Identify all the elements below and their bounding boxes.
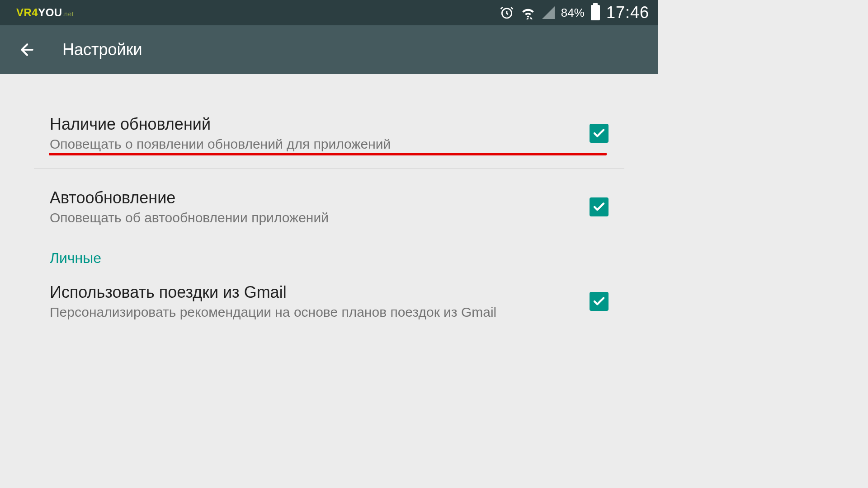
section-header-personal: Личные bbox=[34, 235, 624, 274]
battery-percent: 84% bbox=[561, 6, 585, 20]
setting-subtitle: Оповещать о появлении обновлений для при… bbox=[50, 136, 590, 152]
setting-autoupdate[interactable]: Автообновление Оповещать об автообновлен… bbox=[34, 179, 624, 235]
setting-text: Автообновление Оповещать об автообновлен… bbox=[50, 188, 590, 225]
status-right: 84% 17:46 bbox=[500, 3, 649, 22]
site-logo: VR4YOU.net bbox=[16, 6, 74, 19]
signal-icon bbox=[542, 6, 555, 19]
setting-title: Использовать поездки из Gmail bbox=[50, 283, 590, 302]
status-bar: VR4YOU.net 84% 17:46 bbox=[0, 0, 658, 25]
back-arrow-icon[interactable] bbox=[18, 41, 36, 59]
check-icon bbox=[592, 200, 606, 214]
battery-icon bbox=[591, 5, 600, 20]
checkbox-autoupdate[interactable] bbox=[590, 197, 609, 216]
setting-text: Наличие обновлений Оповещать о появлении… bbox=[50, 115, 590, 152]
check-icon bbox=[592, 127, 606, 140]
check-icon bbox=[592, 295, 606, 308]
setting-gmail-trips[interactable]: Использовать поездки из Gmail Персонализ… bbox=[34, 274, 624, 329]
logo-part3: .net bbox=[62, 10, 74, 18]
annotation-underline bbox=[49, 153, 607, 155]
setting-text: Использовать поездки из Gmail Персонализ… bbox=[50, 283, 590, 320]
logo-part2: YOU bbox=[38, 6, 62, 19]
page-title: Настройки bbox=[62, 40, 142, 59]
divider bbox=[34, 168, 624, 169]
checkbox-gmail-trips[interactable] bbox=[590, 292, 609, 311]
setting-subtitle: Персонализировать рекомендации на основе… bbox=[50, 305, 590, 320]
app-bar: Настройки bbox=[0, 25, 658, 74]
setting-title: Автообновление bbox=[50, 188, 590, 207]
setting-subtitle: Оповещать об автообновлении приложений bbox=[50, 210, 590, 225]
clock: 17:46 bbox=[606, 3, 649, 22]
setting-title: Наличие обновлений bbox=[50, 115, 590, 134]
checkbox-updates-available[interactable] bbox=[590, 124, 609, 143]
logo-part1: VR4 bbox=[16, 6, 38, 19]
alarm-icon bbox=[500, 5, 514, 20]
wifi-icon bbox=[520, 6, 536, 19]
settings-list: Наличие обновлений Оповещать о появлении… bbox=[0, 74, 658, 329]
